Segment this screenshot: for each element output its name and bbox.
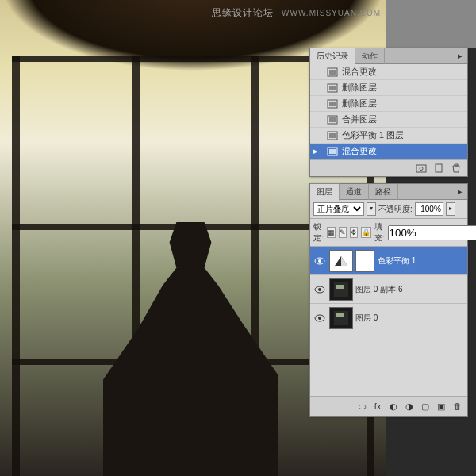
svg-rect-12 [416, 165, 426, 172]
adjustment-layer-icon[interactable]: ◑ [402, 400, 416, 413]
layer-mask-icon[interactable]: ◐ [386, 400, 401, 413]
visibility-eye-icon[interactable] [313, 286, 327, 294]
layer-name: 图层 0 副本 6 [355, 284, 465, 295]
svg-point-18 [318, 288, 321, 291]
svg-rect-7 [329, 117, 336, 122]
history-item[interactable]: ▸ 混合更改 [310, 144, 467, 159]
svg-point-16 [318, 259, 321, 263]
lock-transparency-icon[interactable]: ▦ [327, 227, 336, 238]
link-layers-icon[interactable]: ⬭ [355, 400, 369, 413]
layers-empty-area [310, 332, 467, 396]
visibility-eye-icon[interactable] [313, 257, 327, 265]
tab-channels[interactable]: 通道 [340, 184, 369, 200]
layer-row[interactable]: 色彩平衡 1 [310, 247, 467, 275]
history-label: 混合更改 [342, 145, 377, 157]
layer-icon [326, 146, 339, 157]
layer-thumb [329, 307, 353, 329]
layers-blend-row: 正片叠底 ▾ 不透明度: ▸ [310, 200, 467, 219]
lock-position-icon[interactable]: ✥ [350, 227, 358, 238]
new-group-icon[interactable]: ▢ [418, 400, 432, 413]
svg-rect-9 [329, 133, 336, 138]
svg-rect-3 [329, 86, 336, 90]
svg-rect-25 [336, 313, 340, 317]
history-item[interactable]: 删除图层 [310, 80, 467, 96]
svg-rect-19 [334, 282, 348, 297]
layer-row[interactable]: 图层 0 [310, 304, 467, 332]
layers-panel-tabs: 图层 通道 路径 ▸ [310, 184, 467, 200]
delete-layer-icon[interactable]: 🗑 [450, 400, 464, 413]
history-item[interactable]: 混合更改 [310, 64, 467, 80]
layer-style-icon[interactable]: fx [370, 400, 385, 413]
blend-dropdown-icon[interactable]: ▾ [367, 202, 376, 216]
history-item[interactable]: 删除图层 [310, 96, 467, 112]
workspace-gray-area [386, 0, 476, 48]
layer-icon [326, 98, 339, 109]
layer-icon [326, 114, 339, 125]
visibility-eye-icon[interactable] [313, 314, 327, 322]
tab-layers[interactable]: 图层 [310, 183, 340, 201]
layer-icon [326, 130, 339, 141]
history-label: 混合更改 [342, 66, 377, 78]
blend-mode-select[interactable]: 正片叠底 [313, 202, 364, 216]
new-layer-icon[interactable]: ▣ [434, 400, 448, 413]
layer-icon [326, 67, 339, 78]
lock-label: 锁定: [313, 221, 324, 244]
history-label: 删除图层 [342, 82, 377, 94]
opacity-label: 不透明度: [378, 204, 413, 215]
svg-rect-20 [336, 285, 340, 289]
history-panel: 历史记录 动作 ▸ 混合更改 删除图层 删除图层 [309, 48, 468, 177]
svg-rect-24 [334, 311, 348, 325]
watermark-cn: 思缘设计论坛 [212, 7, 274, 18]
svg-point-23 [318, 317, 321, 320]
layer-row[interactable]: 图层 0 副本 6 [310, 275, 467, 304]
watermark: 思缘设计论坛 WWW.MISSYUAN.COM [212, 6, 381, 20]
adjustment-thumb [329, 250, 353, 272]
layer-thumb [329, 278, 353, 301]
history-marker-active: ▸ [313, 146, 323, 156]
new-document-icon[interactable] [432, 163, 445, 174]
history-item[interactable]: 色彩平衡 1 图层 [310, 128, 467, 144]
svg-rect-5 [329, 102, 336, 106]
history-footer [310, 159, 467, 176]
layer-name: 图层 0 [355, 313, 465, 324]
watermark-url: WWW.MISSYUAN.COM [282, 9, 381, 17]
history-item[interactable]: 合并图层 [310, 112, 467, 128]
new-snapshot-icon[interactable] [415, 163, 428, 174]
svg-rect-21 [340, 285, 344, 289]
fill-label: 填充: [374, 221, 385, 244]
tab-paths[interactable]: 路径 [369, 184, 398, 200]
svg-rect-26 [340, 313, 344, 317]
svg-rect-14 [436, 164, 442, 172]
panels-container: 历史记录 动作 ▸ 混合更改 删除图层 删除图层 [309, 48, 468, 423]
history-label: 删除图层 [342, 98, 377, 109]
layer-mask-thumb [355, 250, 374, 272]
panel-menu-icon[interactable]: ▸ [453, 51, 467, 61]
layers-panel: 图层 通道 路径 ▸ 正片叠底 ▾ 不透明度: ▸ 锁定: ▦ ✎ ✥ 🔒 填充… [309, 183, 468, 416]
delete-icon[interactable] [450, 163, 463, 174]
opacity-arrow-icon[interactable]: ▸ [446, 202, 455, 216]
panel-menu-icon[interactable]: ▸ [453, 186, 467, 197]
history-label: 合并图层 [342, 113, 377, 125]
history-label: 色彩平衡 1 图层 [342, 129, 404, 141]
layers-footer: ⬭ fx ◐ ◑ ▢ ▣ 🗑 [310, 396, 467, 416]
history-list: 混合更改 删除图层 删除图层 合并图层 色彩平衡 1 图层 [310, 64, 467, 159]
history-panel-tabs: 历史记录 动作 ▸ [310, 48, 467, 64]
fill-input[interactable] [388, 225, 476, 240]
tab-actions[interactable]: 动作 [355, 48, 385, 64]
tab-history[interactable]: 历史记录 [310, 48, 355, 65]
lock-paint-icon[interactable]: ✎ [339, 227, 347, 238]
layer-name: 色彩平衡 1 [378, 255, 465, 267]
lock-all-icon[interactable]: 🔒 [361, 227, 371, 238]
svg-rect-1 [329, 70, 336, 75]
opacity-input[interactable] [415, 202, 443, 216]
svg-point-13 [420, 167, 423, 171]
svg-rect-11 [329, 149, 336, 154]
layer-icon [326, 83, 339, 94]
layers-lock-row: 锁定: ▦ ✎ ✥ 🔒 填充: ▸ [310, 219, 467, 247]
